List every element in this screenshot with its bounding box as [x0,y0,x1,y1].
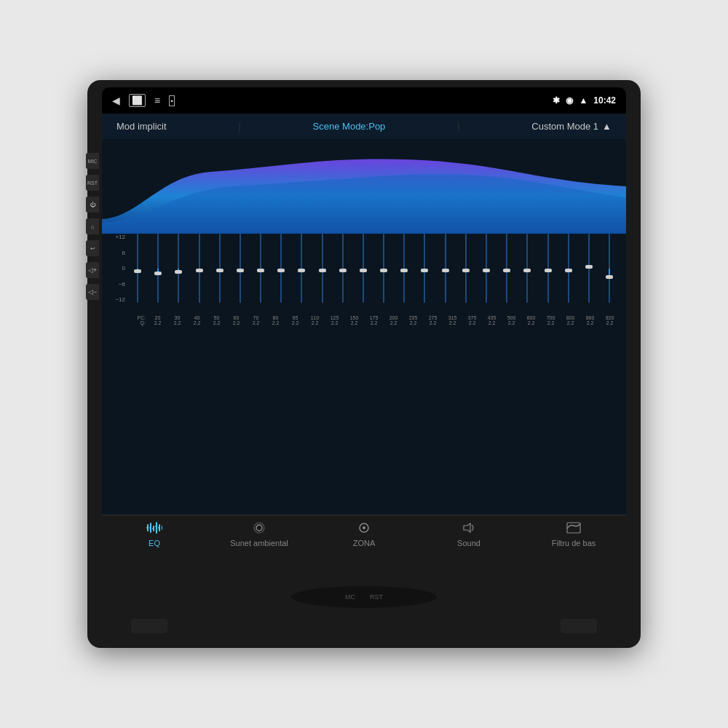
slider-thumb-80[interactable] [257,269,264,272]
nav-back-icon[interactable]: ◀ [112,95,120,106]
mount-brackets [102,619,626,633]
location-icon: ◉ [566,95,573,106]
q-label-30: 2.2 [168,320,186,325]
slider-col-375[interactable] [456,234,475,303]
power-button[interactable]: ⏻ [86,197,99,213]
status-bar: ◀ ⬜ ≡ ▪ ✱ ◉ ▲ 10:42 [102,87,626,114]
q-label-700: 2.2 [542,320,560,325]
q-label-235: 2.2 [404,320,422,325]
slider-thumb-315[interactable] [442,269,449,272]
slider-thumb-435[interactable] [483,269,490,272]
fc-label-150: 150 [345,315,363,320]
slider-thumb-860[interactable] [585,265,593,269]
slider-col-800[interactable] [559,234,578,303]
tab-filtru[interactable]: Filtru de bas [521,515,626,553]
q-label-920: 2.2 [601,320,619,325]
slider-col-920[interactable] [600,234,619,303]
slider-col-50[interactable] [190,234,209,303]
q-label-860: 2.2 [581,320,599,325]
slider-thumb-70[interactable] [237,269,244,272]
slider-col-70[interactable] [231,234,250,303]
slider-col-235[interactable] [395,234,414,303]
slider-thumb-30[interactable] [154,272,162,275]
slider-track-500 [506,234,507,303]
slider-col-600[interactable] [518,234,537,303]
tab-sound[interactable]: Sound [416,515,521,553]
slider-col-275[interactable] [415,234,434,303]
svg-rect-17 [567,523,580,533]
slider-track-200 [383,234,384,303]
slider-col-500[interactable] [497,234,516,303]
slider-thumb-150[interactable] [339,269,347,272]
slider-thumb-95[interactable] [277,269,285,272]
volume-up-button[interactable]: ◁+ [86,262,99,278]
slider-track-30 [157,234,159,303]
slider-col-200[interactable] [374,234,393,303]
slider-col-125[interactable] [313,234,332,303]
slider-col-315[interactable] [436,234,455,303]
slider-col-30[interactable] [149,234,167,303]
slider-thumb-500[interactable] [503,269,510,272]
slider-thumb-20[interactable] [134,269,141,273]
slider-thumb-275[interactable] [421,269,428,272]
slider-thumb-40[interactable] [175,270,182,274]
svg-rect-6 [162,526,162,530]
tab-zona-label: ZONA [353,539,376,547]
tab-sound-label: Sound [457,539,480,547]
mic-button[interactable]: MIC [86,153,99,169]
slider-thumb-60[interactable] [216,269,223,272]
nav-home-icon[interactable]: ⬜ [129,94,146,107]
tab-zona[interactable]: ZONA [312,515,416,553]
eq-tab-icon [146,521,162,537]
custom-mode-selector[interactable]: Custom Mode 1 ▲ [531,121,612,132]
home-side-button[interactable]: ⌂ [86,218,99,234]
tab-eq[interactable]: EQ [102,515,207,553]
tab-bar: EQ Sunet ambiental [102,515,626,553]
slider-thumb-920[interactable] [606,275,613,279]
slider-thumb-235[interactable] [400,269,408,272]
slider-col-20[interactable] [128,234,147,303]
slider-col-150[interactable] [333,234,352,303]
filtru-tab-icon [566,521,582,537]
slider-col-40[interactable] [169,234,188,303]
slider-thumb-50[interactable] [196,269,203,272]
slider-col-435[interactable] [477,234,496,303]
q-label-50: 2.2 [207,320,226,325]
slider-col-700[interactable] [538,234,557,303]
nav-recent-icon[interactable]: ▪ [169,95,175,106]
q-label-80: 2.2 [266,320,285,325]
slider-col-95[interactable] [272,234,290,303]
slider-track-375 [465,234,467,303]
back-side-button[interactable]: ↩ [86,240,99,256]
q-label-315: 2.2 [443,320,462,325]
slider-col-860[interactable] [579,234,598,303]
wifi-icon: ▲ [579,95,587,106]
sliders-wrapper: +12 6 0 −6 −12 [109,234,619,314]
slider-thumb-125[interactable] [319,269,326,272]
eq-content: Mod implicit | Scene Mode:Pop | Custom M… [102,114,626,515]
fc-label-95: 95 [286,315,304,320]
slider-thumb-110[interactable] [298,269,305,272]
slider-track-40 [178,234,179,303]
rst-button[interactable]: RST [86,175,99,191]
q-label-800: 2.2 [561,320,579,325]
tab-sunet[interactable]: Sunet ambiental [207,515,312,553]
slider-thumb-600[interactable] [523,269,531,272]
slider-thumb-800[interactable] [565,269,572,272]
slider-thumb-175[interactable] [360,269,367,272]
slider-thumb-700[interactable] [545,269,552,272]
slider-col-110[interactable] [292,234,311,303]
slider-thumb-200[interactable] [380,269,387,272]
slider-col-175[interactable] [354,234,373,303]
scene-mode-label[interactable]: Scene Mode:Pop [313,121,386,132]
right-bracket [561,619,597,633]
fc-label-920: 920 [601,315,619,320]
nav-menu-icon[interactable]: ≡ [154,95,160,106]
fc-label-500: 500 [502,315,521,320]
slider-col-60[interactable] [210,234,229,303]
q-label-60: 2.2 [227,320,245,325]
svg-rect-11 [158,527,160,529]
slider-col-80[interactable] [251,234,270,303]
volume-down-button[interactable]: ◁− [86,284,99,300]
slider-thumb-375[interactable] [462,269,470,272]
